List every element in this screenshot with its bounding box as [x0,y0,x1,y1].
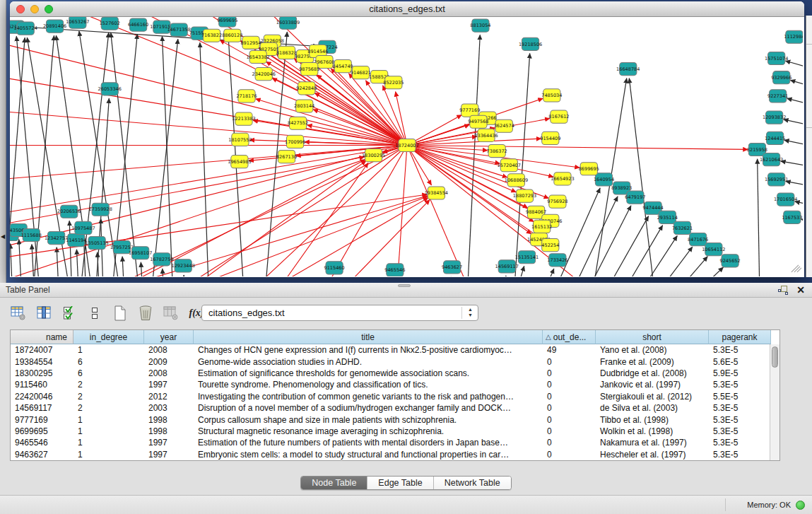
hub-node[interactable]: 18724007 [395,139,418,151]
window-titlebar[interactable]: citations_edges.txt [10,1,804,17]
panel-resize-handle[interactable] [398,284,411,287]
graph-node[interactable]: 7485034 [541,89,562,102]
graph-node[interactable]: 8267130 [276,151,297,163]
graph-node[interactable]: 452254 [541,239,559,252]
table-row[interactable]: 911546021997Tourette syndrome. Phenomeno… [11,379,779,390]
table-row[interactable]: 1456911722003Disruption of a novel membe… [11,402,779,414]
delete-rows-icon[interactable] [137,305,154,322]
graph-node[interactable]: 16958107 [129,247,152,259]
graph-node[interactable]: 19218506 [519,37,542,50]
scrollbar-thumb[interactable] [772,346,778,368]
graph-node[interactable]: 19384554 [425,187,448,199]
graph-node[interactable]: 26053346 [98,83,122,95]
graph-node[interactable]: 9242848 [296,82,317,95]
panel-collapse-icon[interactable]: ◀ [1,233,5,240]
graph-node[interactable]: 18807293 [513,189,536,202]
table-row[interactable]: 977716911998Corpus callosum shape and si… [11,414,779,425]
graph-node[interactable]: 16543382 [246,50,269,63]
column-header-year[interactable]: year [144,330,194,344]
column-header-name[interactable]: name [11,330,73,344]
tab-edge-table[interactable]: Edge Table [367,477,433,489]
graph-node[interactable]: 8699695 [579,163,599,175]
graph-node[interactable]: 1167533 [782,211,802,223]
network-canvas[interactable]: 9621557140557242089140610653267152760264… [10,17,803,276]
graph-node[interactable]: 18300295 [362,149,385,162]
zoom-button[interactable] [45,5,53,13]
graph-node[interactable]: 12093832 [763,111,786,124]
graph-node[interactable]: 16648784 [616,63,640,76]
graph-node[interactable]: 17016504 [774,193,797,206]
graph-node[interactable]: 16033809 [276,17,300,29]
tab-network-table[interactable]: Network Table [434,477,511,489]
graph-node[interactable]: 9497568 [468,115,488,128]
graph-node[interactable]: 23420046 [252,68,276,81]
graph-node[interactable]: 9154409 [540,132,560,144]
graph-node[interactable]: 10654112 [702,243,725,256]
graph-node[interactable]: 14671358 [167,23,190,36]
graph-node[interactable]: 16654923 [551,173,574,185]
graph-node[interactable]: 9777169 [459,104,480,117]
graph-node[interactable]: 8860128 [222,29,242,42]
graph-node[interactable]: 20891406 [43,20,66,33]
graph-node[interactable]: 1733426 [547,254,567,267]
graph-node[interactable]: 9329966 [771,71,792,84]
graph-node[interactable]: 19654985 [228,156,251,168]
graph-node[interactable]: 1244415 [765,132,785,144]
graph-node[interactable]: 1145194 [66,234,86,247]
table-row[interactable]: 946554611997Estimation of the future num… [11,437,779,448]
graph-node[interactable]: 8167612 [548,110,569,123]
new-table-icon[interactable] [112,305,129,322]
minimize-button[interactable] [30,5,39,13]
table-selector-dropdown[interactable]: citations_edges.txt ▲▼ [201,305,478,321]
graph-node[interactable]: 2803144 [294,100,314,112]
graph-node[interactable]: 2718176 [236,90,257,103]
graph-node[interactable]: 3624574 [494,119,514,132]
graph-node[interactable]: 9465546 [384,264,405,276]
graph-node[interactable]: 1112984 [784,30,803,43]
graph-node[interactable]: 7163822 [201,29,222,42]
graph-node[interactable]: 10688609 [505,174,528,187]
graph-node[interactable]: 16782759 [150,253,173,266]
graph-node[interactable]: 15751074 [765,52,788,64]
graph-node[interactable]: 6466160 [128,18,148,31]
table-row[interactable]: 1938455462009Genome-wide association stu… [11,356,779,367]
graph-node[interactable]: 12923448 [172,259,195,272]
graph-node[interactable]: 14569117 [495,260,519,273]
column-mapping-icon[interactable] [35,305,52,322]
graph-node[interactable]: 8186328 [276,46,297,59]
column-header-title[interactable]: title [194,330,543,344]
column-header-in_degree[interactable]: in_degree [73,330,144,344]
graph-node[interactable]: 15692951 [765,173,788,186]
select-columns-icon[interactable] [61,305,78,322]
graph-node[interactable]: 9146821 [351,66,371,79]
graph-node[interactable]: 8471676 [688,233,708,245]
column-header-short[interactable]: short [596,330,709,344]
graph-node[interactable]: 20206536 [57,205,81,218]
graph-node[interactable]: 8522035 [383,76,404,89]
float-panel-icon[interactable] [778,286,788,295]
table-settings-icon[interactable] [10,305,27,322]
row-height-icon[interactable] [86,305,103,322]
close-button[interactable] [16,5,25,13]
graph-node[interactable]: 23364436 [474,129,498,141]
tab-node-table[interactable]: Node Table [301,477,367,489]
graph-node[interactable]: 14055724 [14,22,37,35]
graph-node[interactable]: 9463627 [442,261,462,274]
graph-node[interactable]: 7632621 [672,221,693,234]
column-header-out_degree[interactable]: △out_de... [543,330,596,344]
graph-node[interactable]: 1640954 [594,173,614,186]
graph-node[interactable]: 16210643 [760,153,783,166]
table-row[interactable]: 1872400712008Changes of HCN gene express… [11,344,779,356]
graph-node[interactable]: 1115688 [21,228,42,241]
graph-node[interactable]: 9245652 [719,255,740,267]
graph-node[interactable]: 9115460 [324,262,345,274]
graph-node[interactable]: 2935114 [657,211,678,223]
graph-node[interactable]: 1700996 [285,135,305,148]
graph-node[interactable]: 7386372 [487,144,507,157]
graph-node[interactable]: 9875685 [299,63,319,76]
table-row[interactable]: 946362711997Embryonic stem cells: a mode… [11,449,779,460]
graph-node[interactable]: 10653267 [66,17,89,28]
graph-node[interactable]: 9699695 [217,17,237,27]
graph-node[interactable]: 12342757 [45,231,68,244]
table-row[interactable]: 1830029562008Estimation of significance … [11,368,779,379]
